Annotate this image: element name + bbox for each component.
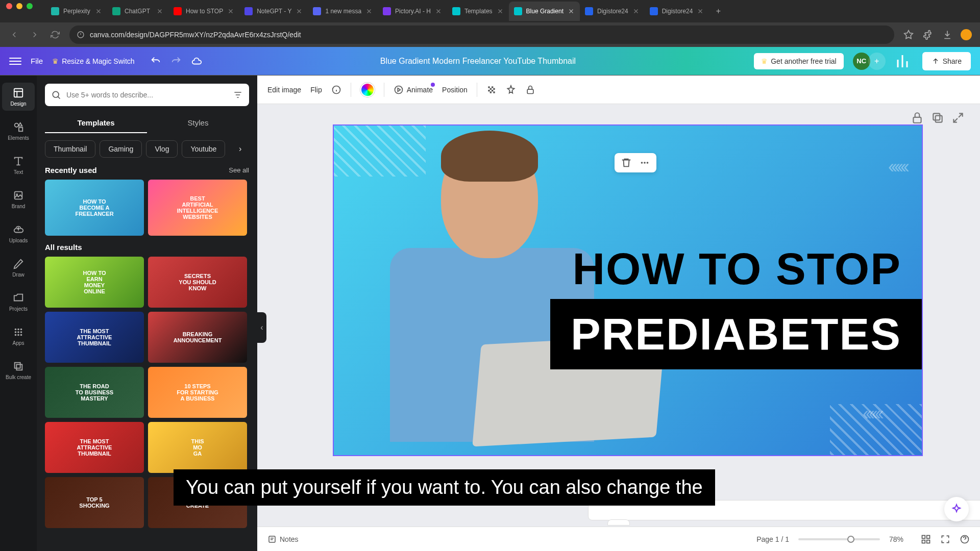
extensions-icon[interactable] <box>922 29 934 41</box>
filter-icon[interactable] <box>233 90 243 100</box>
rail-brand[interactable]: Brand <box>2 185 35 213</box>
profile-avatar[interactable] <box>961 29 972 40</box>
browser-tab[interactable]: ChatGPT <box>107 2 168 21</box>
tab-templates[interactable]: Templates <box>45 113 147 133</box>
close-icon[interactable] <box>697 8 704 15</box>
template-thumbnail[interactable]: HOW TOEARNMONEYONLINE <box>45 257 144 308</box>
filter-chip[interactable]: Gaming <box>100 140 142 158</box>
effects-icon[interactable] <box>506 85 516 95</box>
heading-box[interactable]: PREDIABETES <box>550 299 922 369</box>
browser-tab[interactable]: Digistore24 <box>645 2 709 21</box>
template-thumbnail[interactable]: BREAKINGANNOUNCEMENT <box>148 312 247 363</box>
bookmark-icon[interactable] <box>902 29 915 41</box>
template-thumbnail[interactable]: THISMOGA <box>148 422 247 473</box>
rail-apps[interactable]: Apps <box>2 322 35 350</box>
reload-button[interactable] <box>49 29 61 41</box>
zoom-thumb[interactable] <box>847 536 854 543</box>
browser-tab[interactable]: Pictory.AI - H <box>378 2 447 21</box>
transparency-icon[interactable] <box>486 85 497 95</box>
info-icon[interactable] <box>331 85 341 95</box>
collapse-panel-icon[interactable]: ‹ <box>257 312 266 343</box>
filter-chip[interactable]: Vlog <box>146 140 178 158</box>
rail-design[interactable]: Design <box>2 83 35 111</box>
close-icon[interactable] <box>632 8 640 15</box>
template-thumbnail[interactable]: THE MOSTATTRACTIVETHUMBNAIL <box>45 312 144 363</box>
notes-button[interactable]: Notes <box>267 535 299 544</box>
lock-icon[interactable] <box>525 85 535 95</box>
forward-button[interactable] <box>29 29 41 41</box>
collaborators[interactable]: NC + <box>853 53 886 70</box>
heading-line1[interactable]: HOW TO STOP <box>572 243 901 295</box>
back-button[interactable] <box>8 29 20 41</box>
grid-view-icon[interactable] <box>921 534 931 544</box>
close-icon[interactable] <box>568 8 575 15</box>
new-tab-button[interactable]: + <box>711 4 725 18</box>
resize-button[interactable]: ♛ Resize & Magic Switch <box>52 57 134 65</box>
fullscreen-icon[interactable] <box>940 534 950 544</box>
more-icon[interactable] <box>639 157 650 168</box>
filter-chip[interactable]: Youtube <box>182 140 225 158</box>
search-input[interactable] <box>66 91 228 99</box>
template-thumbnail[interactable]: TOP 5SHOCKING <box>45 477 144 528</box>
document-title[interactable]: Blue Gradient Modern Freelancer YouTube … <box>211 57 745 66</box>
browser-tab[interactable]: 1 new messa <box>308 2 378 21</box>
close-icon[interactable] <box>95 8 102 15</box>
menu-icon[interactable] <box>9 55 21 67</box>
edit-image-button[interactable]: Edit image <box>267 86 301 94</box>
rail-elements[interactable]: Elements <box>2 117 35 145</box>
browser-tab[interactable]: Perplexity <box>46 2 107 21</box>
animate-button[interactable]: Animate <box>394 85 433 95</box>
add-collaborator-icon[interactable]: + <box>868 53 886 70</box>
analytics-icon[interactable] <box>895 52 913 70</box>
close-icon[interactable] <box>156 8 163 15</box>
cloud-sync-icon[interactable] <box>191 56 202 67</box>
rail-bulk[interactable]: Bulk create <box>2 356 35 384</box>
color-picker[interactable] <box>360 83 375 97</box>
file-menu[interactable]: File <box>31 57 43 65</box>
design-canvas[interactable]: ‹‹‹‹‹‹ ‹‹‹‹‹‹ HOW TO STOP PREDIABETES <box>333 124 923 456</box>
expand-icon[interactable] <box>951 111 965 124</box>
mac-minimize[interactable] <box>16 3 22 9</box>
zoom-value[interactable]: 78% <box>889 535 912 543</box>
browser-tab[interactable]: Templates <box>447 2 509 21</box>
close-icon[interactable] <box>365 8 373 15</box>
mac-maximize[interactable] <box>27 3 33 9</box>
url-input[interactable]: canva.com/design/DAGPFR5mwXY/nzP2qdaAvrE… <box>69 26 894 44</box>
filter-chip[interactable]: Thumbnail <box>45 140 95 158</box>
page-handle[interactable] <box>607 519 630 525</box>
rail-uploads[interactable]: Uploads <box>2 219 35 247</box>
undo-button[interactable] <box>150 56 161 67</box>
template-thumbnail[interactable]: HOW TOBECOME AFREELANCER <box>45 180 144 236</box>
page-indicator[interactable]: Page 1 / 1 <box>756 535 789 543</box>
browser-tab[interactable]: Digistore24 <box>580 2 645 21</box>
zoom-slider[interactable] <box>798 538 880 540</box>
mac-close[interactable] <box>6 3 12 9</box>
close-icon[interactable] <box>296 8 303 15</box>
lock-page-icon[interactable] <box>911 111 924 124</box>
template-thumbnail[interactable]: THE MOSTATTRACTIVETHUMBNAIL <box>45 422 144 473</box>
template-thumbnail[interactable]: THE ROADTO BUSINESSMASTERY <box>45 367 144 418</box>
tab-styles[interactable]: Styles <box>147 113 249 133</box>
rail-projects[interactable]: Projects <box>2 288 35 316</box>
position-button[interactable]: Position <box>442 86 468 94</box>
close-icon[interactable] <box>497 8 504 15</box>
trial-button[interactable]: ♛ Get another free trial <box>754 53 843 69</box>
flip-button[interactable]: Flip <box>310 86 322 94</box>
browser-tab[interactable]: How to STOP <box>168 2 239 21</box>
close-icon[interactable] <box>227 8 234 15</box>
template-thumbnail[interactable]: BESTARTIFICIALINTELLIGENCEWEBSITES <box>148 180 247 236</box>
delete-icon[interactable] <box>621 157 632 168</box>
rail-draw[interactable]: Draw <box>2 254 35 282</box>
close-icon[interactable] <box>435 8 442 15</box>
browser-tab[interactable]: NoteGPT - Y <box>239 2 308 21</box>
help-icon[interactable] <box>960 534 970 544</box>
search-box[interactable] <box>45 84 249 106</box>
download-icon[interactable] <box>941 29 953 41</box>
browser-tab[interactable]: Blue Gradient <box>509 2 580 21</box>
see-all-link[interactable]: See all <box>229 166 249 174</box>
duplicate-page-icon[interactable] <box>931 111 944 124</box>
rail-text[interactable]: Text <box>2 151 35 179</box>
template-thumbnail[interactable]: 10 STEPSFOR STARTINGA BUSINESS <box>148 367 247 418</box>
chevron-right-icon[interactable]: › <box>239 144 249 155</box>
share-button[interactable]: Share <box>922 52 971 70</box>
